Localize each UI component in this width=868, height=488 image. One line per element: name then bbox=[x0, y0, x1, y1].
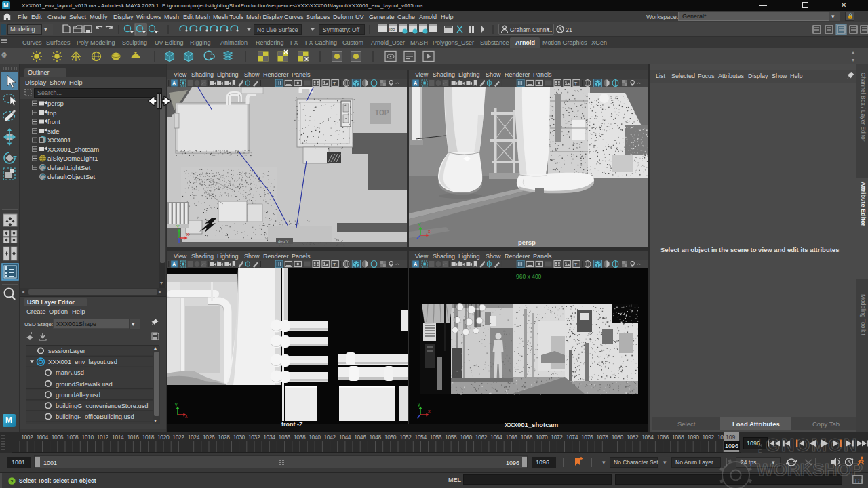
svg-text:T: T bbox=[574, 262, 578, 268]
svg-text:◂: ◂ bbox=[217, 260, 218, 263]
svg-text:T: T bbox=[333, 81, 336, 87]
svg-text:deg Y: deg Y bbox=[278, 239, 289, 243]
svg-text:GNOMON: GNOMON bbox=[766, 435, 859, 455]
svg-text:Y: Y bbox=[176, 224, 180, 229]
svg-text:◂: ◂ bbox=[458, 260, 460, 263]
svg-text:persp: persp bbox=[518, 239, 536, 246]
svg-text:?: ? bbox=[10, 479, 14, 485]
svg-text:x: x bbox=[428, 229, 431, 234]
svg-text:A: A bbox=[414, 262, 418, 268]
svg-text:x: x bbox=[186, 232, 189, 237]
svg-text:TOP: TOP bbox=[375, 109, 389, 117]
svg-text:A: A bbox=[172, 81, 176, 87]
svg-text:A: A bbox=[414, 81, 418, 87]
svg-text:◂: ◂ bbox=[458, 79, 460, 82]
svg-text:y: y bbox=[418, 402, 420, 407]
svg-text:T: T bbox=[574, 81, 578, 87]
svg-text:960 x 400: 960 x 400 bbox=[516, 273, 542, 280]
svg-text:y: y bbox=[175, 402, 178, 407]
svg-text:T: T bbox=[333, 262, 336, 268]
svg-text:A: A bbox=[172, 262, 176, 268]
svg-text:WORKSHOP: WORKSHOP bbox=[757, 460, 863, 480]
svg-text:x: x bbox=[185, 413, 188, 418]
svg-text:E: E bbox=[758, 448, 762, 454]
svg-text:◂: ◂ bbox=[217, 79, 218, 82]
svg-text:IPR: IPR bbox=[389, 28, 395, 32]
svg-text:x: x bbox=[428, 409, 431, 413]
svg-text:Y: Y bbox=[418, 222, 421, 227]
